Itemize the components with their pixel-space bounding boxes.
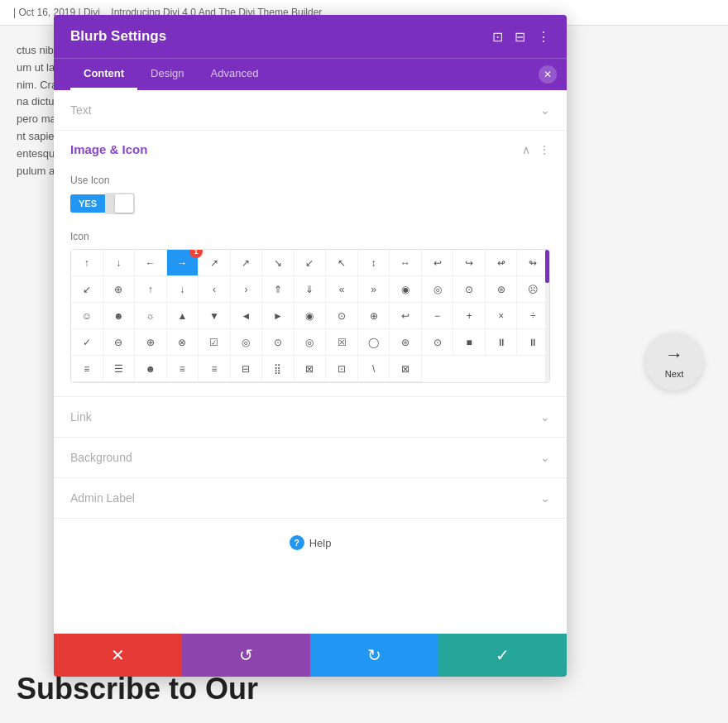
tab-advanced[interactable]: Advanced — [198, 59, 272, 90]
icon-cell[interactable]: ▲ — [167, 303, 199, 329]
icon-cell[interactable]: ← — [135, 250, 167, 276]
icon-cell[interactable]: ⊕ — [358, 303, 390, 329]
icon-cell[interactable]: ■ — [453, 329, 486, 356]
blurb-settings-modal: Blurb Settings ⊡ ⊟ ⋮ Content Design Adva… — [54, 15, 567, 677]
tab-bar: Content Design Advanced ✕ — [54, 58, 567, 90]
icon-cell[interactable]: ◎ — [231, 329, 263, 356]
icon-cell[interactable]: ⏸ — [486, 329, 518, 356]
icon-cell[interactable]: ↫ — [486, 250, 518, 276]
modal-close-button[interactable]: ✕ — [539, 65, 557, 84]
image-icon-collapse[interactable]: ∧ — [522, 143, 530, 156]
icon-cell[interactable]: ↖ — [326, 250, 358, 276]
next-label: Next — [665, 369, 684, 379]
icon-cell[interactable]: ⊠ — [390, 356, 422, 382]
icon-grid-wrapper: ↑↓←→1↗↗↘↙↖↕↔↩↪↫↬↙⊕↑↓‹›⇑⇓«»◉◎⊙⊛☹☺☻☼▲▼◄►◉⊙… — [70, 249, 550, 383]
icon-cell[interactable]: →1 — [167, 250, 199, 276]
help-label: Help — [309, 537, 332, 549]
icon-cell[interactable]: ↔ — [390, 250, 422, 276]
icon-cell[interactable]: ☻ — [135, 356, 167, 382]
icon-cell[interactable]: ☼ — [135, 303, 167, 329]
image-icon-more[interactable]: ⋮ — [539, 143, 550, 156]
icon-cell[interactable]: ⊙ — [262, 329, 295, 356]
icon-cell[interactable]: ≡ — [199, 356, 231, 382]
icon-cell[interactable]: × — [486, 303, 518, 329]
admin-label-section[interactable]: Admin Label ⌄ — [54, 478, 567, 519]
icon-cell[interactable]: ⊖ — [103, 329, 136, 356]
icon-cell[interactable]: ⣿ — [262, 356, 295, 382]
icon-cell[interactable]: ☑ — [199, 329, 231, 356]
icon-cell[interactable]: ◄ — [231, 303, 263, 329]
icon-cell[interactable]: ↕ — [358, 250, 390, 276]
icon-cell[interactable]: ⇓ — [295, 276, 327, 303]
icon-cell[interactable]: ⊕ — [135, 329, 167, 356]
icon-cell[interactable]: ↩ — [422, 250, 454, 276]
icon-cell[interactable]: ⊡ — [326, 356, 358, 382]
icon-cell[interactable]: ⊙ — [326, 303, 358, 329]
icon-cell[interactable]: ► — [262, 303, 295, 329]
use-icon-row: Use Icon YES — [54, 168, 567, 224]
icon-cell[interactable]: ≡ — [167, 356, 199, 382]
icon-cell[interactable]: ☰ — [103, 356, 136, 382]
icon-cell[interactable]: ⊙ — [422, 329, 454, 356]
icon-cell[interactable]: ⇑ — [262, 276, 295, 303]
icon-cell[interactable]: ☻ — [103, 303, 136, 329]
modal-body: Text ⌄ Image & Icon ∧ ⋮ Use Icon YES — [54, 90, 567, 634]
split-icon[interactable]: ⊟ — [515, 29, 525, 45]
icon-cell[interactable]: ⊙ — [453, 276, 486, 303]
more-options-icon[interactable]: ⋮ — [537, 29, 550, 45]
icon-cell[interactable]: ⊕ — [103, 276, 136, 303]
icon-cell[interactable]: ⊛ — [486, 276, 518, 303]
icon-cell[interactable]: ⊟ — [231, 356, 263, 382]
icon-cell[interactable]: ↘ — [262, 250, 295, 276]
expand-icon[interactable]: ⊡ — [492, 29, 503, 45]
icon-cell[interactable]: » — [358, 276, 390, 303]
tab-content[interactable]: Content — [70, 59, 137, 90]
icon-cell[interactable]: ↓ — [167, 276, 199, 303]
icon-cell[interactable]: ↙ — [71, 276, 103, 303]
next-button[interactable]: → Next — [645, 333, 703, 390]
icon-cell[interactable]: ↙ — [295, 250, 327, 276]
icon-cell[interactable]: \ — [358, 356, 390, 382]
icon-cell[interactable]: + — [453, 303, 486, 329]
text-section[interactable]: Text ⌄ — [54, 90, 567, 131]
toggle-slider[interactable] — [105, 193, 135, 214]
icon-cell[interactable]: ⊗ — [167, 329, 199, 356]
icon-cell[interactable]: › — [231, 276, 263, 303]
icon-cell[interactable]: ↪ — [453, 250, 486, 276]
link-section[interactable]: Link ⌄ — [54, 397, 567, 438]
icon-cell[interactable]: ⊠ — [295, 356, 327, 382]
icon-cell[interactable]: ◯ — [358, 329, 390, 356]
icon-cell[interactable]: ↩ — [390, 303, 422, 329]
background-section[interactable]: Background ⌄ — [54, 438, 567, 478]
undo-button[interactable]: ↺ — [182, 634, 310, 677]
icon-cell[interactable]: ≡ — [71, 356, 103, 382]
icon-cell[interactable]: ▼ — [199, 303, 231, 329]
redo-button[interactable]: ↻ — [310, 634, 438, 677]
save-button[interactable]: ✓ — [438, 634, 567, 677]
icon-cell[interactable]: ☺ — [71, 303, 103, 329]
icon-cell[interactable]: ☒ — [326, 329, 358, 356]
icon-cell[interactable]: « — [326, 276, 358, 303]
help-section[interactable]: ? Help — [54, 519, 567, 567]
icon-cell[interactable]: ↑ — [135, 276, 167, 303]
icon-cell[interactable]: ↗ — [231, 250, 263, 276]
cancel-button[interactable]: ✕ — [54, 634, 182, 677]
icon-cell[interactable]: ‹ — [199, 276, 231, 303]
icon-cell[interactable]: ◎ — [422, 276, 454, 303]
icon-cell[interactable]: ◉ — [295, 303, 327, 329]
icon-cell[interactable]: − — [422, 303, 454, 329]
toggle-thumb — [115, 194, 133, 213]
icon-cell[interactable]: ⊛ — [390, 329, 422, 356]
link-section-chevron: ⌄ — [540, 410, 550, 424]
icon-cell[interactable]: ↑ — [71, 250, 103, 276]
icon-cell[interactable]: ✓ — [71, 329, 103, 356]
icon-cell[interactable]: ↗ — [199, 250, 231, 276]
tab-design[interactable]: Design — [137, 59, 197, 90]
icon-picker-label: Icon — [70, 231, 550, 242]
link-section-label: Link — [70, 410, 92, 424]
icon-cell[interactable]: ↓ — [103, 250, 136, 276]
icon-cell[interactable]: ◎ — [295, 329, 327, 356]
icon-cell[interactable]: ◉ — [390, 276, 422, 303]
icon-scrollbar[interactable] — [545, 250, 549, 382]
use-icon-toggle[interactable]: YES — [70, 193, 550, 214]
